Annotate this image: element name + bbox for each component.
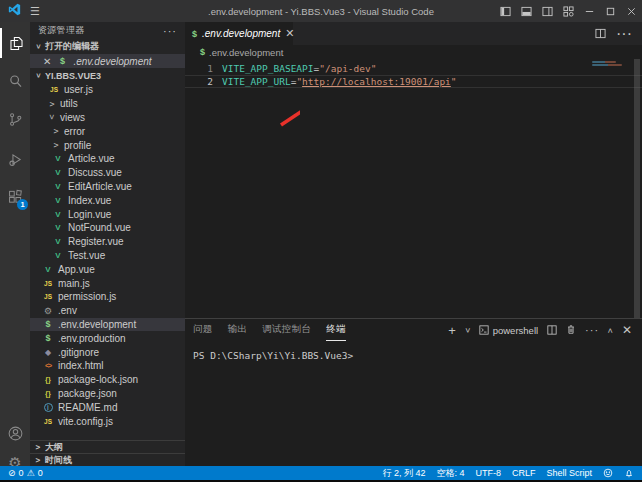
tree-item-main.js[interactable]: JSmain.js [30,276,185,290]
eol-sequence[interactable]: CRLF [512,468,536,478]
notifications-bell-icon[interactable] [624,468,634,478]
tree-item-README.md[interactable]: iREADME.md [30,400,185,414]
code-line-2: 2 VITE_APP_URL="http://localhost:19001/a… [185,75,642,88]
html-file-icon: <> [42,362,54,369]
editor-scrollbar[interactable] [634,59,640,318]
file-name: Article.vue [68,153,115,164]
tree-item-utils[interactable]: >utils [30,97,185,111]
minimize-button[interactable] [579,0,600,22]
terminal[interactable]: PS D:\CSharp\Yi\Yi.BBS.Vue3> [185,341,642,466]
close-icon[interactable]: ✕ [43,56,51,67]
file-name: utils [60,98,78,109]
tree-item-Test.vue[interactable]: VTest.vue [30,249,185,263]
tree-item-index.html[interactable]: <>index.html [30,359,185,373]
tree-item-vite.config.js[interactable]: JSvite.config.js [30,414,185,428]
source-control-icon[interactable] [0,104,30,134]
editor-more-icon[interactable]: ··· [616,25,632,43]
code-editor[interactable]: 1 VITE_APP_BASEAPI="/api-dev" 2 VITE_APP… [185,59,642,318]
json-file-icon: {} [42,375,54,384]
open-editor-file-name: .env.development [73,56,151,67]
maximize-panel-icon[interactable]: > [606,328,615,333]
tree-item-Article.vue[interactable]: VArticle.vue [30,152,185,166]
toggle-sidebar-icon[interactable] [495,0,516,22]
toggle-panel-icon[interactable] [516,0,537,22]
file-name: Index.vue [68,195,111,206]
panel-tabs: 问题输出调试控制台终端 + > powershell [185,319,642,341]
search-icon[interactable] [0,66,30,96]
vscode-logo-icon [8,2,21,20]
extensions-badge: 1 [17,199,28,210]
terminal-dropdown-icon[interactable]: > [463,328,472,333]
file-name: user.js [64,84,93,95]
chevron-right-icon: > [34,443,42,452]
split-terminal-icon[interactable] [547,321,557,339]
tree-item-.env.production[interactable]: $.env.production [30,331,185,345]
tree-item-NotFound.vue[interactable]: VNotFound.vue [30,221,185,235]
new-terminal-icon[interactable]: + [448,324,456,337]
tree-item-package-lock.json[interactable]: {}package-lock.json [30,373,185,387]
panel: 问题输出调试控制台终端 + > powershell [185,318,642,466]
open-editors-section[interactable]: > 打开的编辑器 [30,39,185,54]
shell-file-icon: $ [200,47,205,57]
panel-tab-问题[interactable]: 问题 [193,319,213,341]
panel-tab-终端[interactable]: 终端 [326,319,346,341]
tree-item-App.vue[interactable]: VApp.vue [30,262,185,276]
terminal-instance[interactable]: powershell [479,325,538,336]
tree-item-.env[interactable]: ⚙.env [30,304,185,318]
tree-item-.env.development[interactable]: $.env.development [30,318,185,332]
file-name: package.json [58,388,117,399]
js-file-icon: JS [42,418,54,425]
file-name: Test.vue [68,250,105,261]
sidebar-more-icon[interactable]: ··· [163,25,177,37]
json-file-icon: {} [42,389,54,398]
tree-item-Index.vue[interactable]: VIndex.vue [30,193,185,207]
problems-status[interactable]: ⊘ 0 ⚠ 0 [8,468,43,478]
tree-item-.gitignore[interactable]: ◆.gitignore [30,345,185,359]
account-icon[interactable] [0,418,30,448]
open-editor-item[interactable]: ✕ $ .env.development [30,54,185,68]
tree-item-profile[interactable]: >profile [30,138,185,152]
language-mode[interactable]: Shell Script [546,468,592,478]
project-section[interactable]: > YI.BBS.VUE3 [30,68,185,83]
tree-item-EditArticle.vue[interactable]: VEditArticle.vue [30,180,185,194]
close-button[interactable] [621,0,642,22]
explorer-icon[interactable] [0,28,30,58]
timeline-section[interactable]: > 时间线 [30,453,185,466]
url-link[interactable]: http://localhost:19001/api [302,76,451,87]
tree-item-views[interactable]: >views [30,111,185,125]
tree-item-error[interactable]: >error [30,124,185,138]
tree-item-package.json[interactable]: {}package.json [30,387,185,401]
vue-file-icon: V [52,182,64,191]
run-debug-icon[interactable] [0,144,30,174]
tree-item-user.js[interactable]: JSuser.js [30,83,185,97]
indentation[interactable]: 空格: 4 [436,467,464,480]
vue-file-icon: V [52,251,64,260]
customize-layout-icon[interactable] [558,0,579,22]
close-panel-icon[interactable]: ✕ [622,323,632,337]
tab-env-development[interactable]: $ .env.development ✕ [185,22,293,45]
split-editor-icon[interactable] [595,25,606,43]
feedback-icon[interactable] [603,468,613,478]
panel-tab-调试控制台[interactable]: 调试控制台 [262,319,311,341]
menu-icon[interactable]: ☰ [30,6,40,17]
tree-item-Register.vue[interactable]: VRegister.vue [30,235,185,249]
terminal-prompt: PS D:\CSharp\Yi\Yi.BBS.Vue3> [193,350,353,361]
tree-item-Login.vue[interactable]: VLogin.vue [30,207,185,221]
cursor-position[interactable]: 行 2, 列 42 [382,467,425,480]
panel-tab-输出[interactable]: 输出 [228,319,248,341]
encoding[interactable]: UTF-8 [475,468,501,478]
breadcrumb[interactable]: $ .env.development [185,45,642,59]
outline-section[interactable]: > 大纲 [30,440,185,453]
maximize-button[interactable] [600,0,621,22]
file-name: Discuss.vue [68,167,122,178]
panel-more-icon[interactable]: ··· [585,324,599,336]
vue-file-icon: V [52,168,64,177]
tree-item-permission.js[interactable]: JSpermission.js [30,290,185,304]
shell-file-icon: $ [56,56,68,66]
extensions-icon[interactable]: 1 [0,182,30,212]
tab-close-icon[interactable]: ✕ [285,27,294,40]
minimap[interactable] [592,61,628,67]
kill-terminal-icon[interactable] [566,321,576,339]
toggle-secondary-sidebar-icon[interactable] [537,0,558,22]
tree-item-Discuss.vue[interactable]: VDiscuss.vue [30,166,185,180]
